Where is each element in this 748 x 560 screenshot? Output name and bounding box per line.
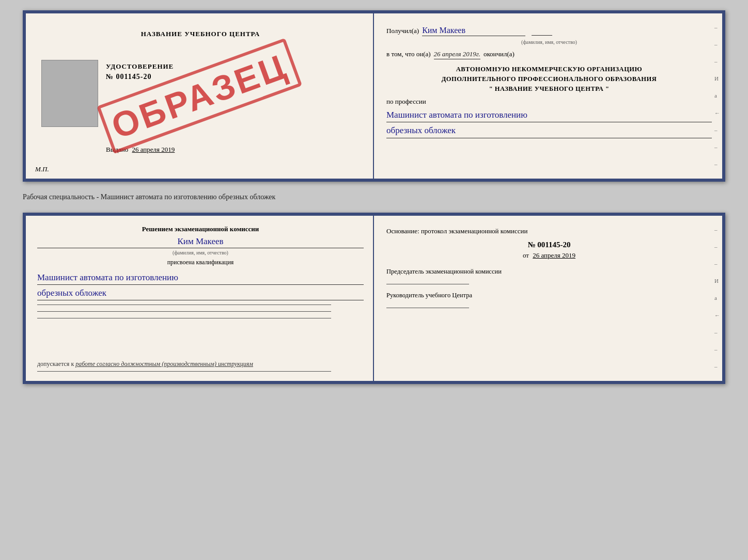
- profession-name: Машинист автомата по изготовлению обрезн…: [386, 108, 712, 138]
- po-professii-label: по профессии: [386, 98, 712, 106]
- udostoverenie-number: № 001145-20: [106, 73, 174, 81]
- dopuskaetsya-prefix: допускается к: [37, 360, 74, 367]
- fio-hint-top: (фамилия, имя, отчество): [386, 39, 712, 45]
- vtom-label: в том, что он(а): [386, 50, 431, 58]
- bottom-document: Решением экзаменационной комиссии Ким Ма…: [23, 213, 725, 384]
- recipient-name: Ким Макеев: [422, 26, 525, 36]
- vydano-label: Выдано: [106, 146, 128, 153]
- poluchil-label: Получил(а): [386, 27, 419, 35]
- obrazec-stamp: ОБРАЗЕЦ: [97, 38, 302, 154]
- org-line3: " НАЗВАНИЕ УЧЕБНОГО ЦЕНТРА ": [386, 84, 712, 94]
- qualification-name: Машинист автомата по изготовлению обрезн…: [37, 270, 364, 301]
- vtom-date: 26 апреля 2019г.: [434, 50, 480, 59]
- rukovoditel-block: Руководитель учебного Центра: [386, 292, 712, 308]
- profession-line1: Машинист автомата по изготовлению: [386, 108, 712, 122]
- udostoverenie-block: УДОСТОВЕРЕНИЕ № 001145-20: [106, 62, 174, 81]
- organization-block: АВТОНОМНУЮ НЕКОММЕРЧЕСКУЮ ОРГАНИЗАЦИЮ ДО…: [386, 65, 712, 93]
- bottom-doc-left: Решением экзаменационной комиссии Ким Ма…: [26, 216, 374, 381]
- dash-after-name: [532, 26, 552, 36]
- ot-label: от: [523, 251, 529, 259]
- ot-date-block: от 26 апреля 2019: [386, 251, 712, 260]
- predsedatel-block: Председатель экзаменационной комиссии: [386, 268, 712, 284]
- ot-date: 26 апреля 2019: [533, 251, 575, 259]
- org-line2: ДОПОЛНИТЕЛЬНОГО ПРОФЕССИОНАЛЬНОГО ОБРАЗО…: [386, 74, 712, 84]
- org-line1: АВТОНОМНУЮ НЕКОММЕРЧЕСКУЮ ОРГАНИЗАЦИЮ: [386, 65, 712, 74]
- rukovoditel-label: Руководитель учебного Центра: [386, 292, 712, 299]
- osnovanie-label: Основание: протокол экзаменационной коми…: [386, 227, 712, 235]
- photo-placeholder: [41, 60, 98, 127]
- protocol-number: № 001145-20: [386, 241, 712, 249]
- top-doc-left: НАЗВАНИЕ УЧЕБНОГО ЦЕНТРА УДОСТОВЕРЕНИЕ №…: [26, 13, 374, 179]
- qualification-line1: Машинист автомата по изготовлению: [37, 270, 364, 285]
- fio-hint-bottom: (фамилия, имя, отчество): [37, 250, 364, 255]
- received-line: Получил(а) Ким Макеев: [386, 26, 712, 36]
- udostoverenie-label: УДОСТОВЕРЕНИЕ: [106, 62, 174, 71]
- resheniem-label: Решением экзаменационной комиссии: [37, 225, 364, 233]
- predsedatel-label: Председатель экзаменационной комиссии: [386, 268, 712, 276]
- bottom-doc-right: Основание: протокол экзаменационной коми…: [374, 216, 722, 381]
- qualification-line2: обрезных обложек: [37, 286, 364, 300]
- top-document: НАЗВАНИЕ УЧЕБНОГО ЦЕНТРА УДОСТОВЕРЕНИЕ №…: [23, 10, 725, 182]
- profession-line2: обрезных обложек: [386, 123, 712, 138]
- mp-label: М.П.: [35, 165, 49, 173]
- side-ticks-top: – – – И а ← – – –: [714, 13, 720, 179]
- okoncil-label: окончил(а): [484, 50, 515, 58]
- prisvoena-label: присвоена квалификация: [37, 259, 364, 266]
- vtom-line: в том, что он(а) 26 апреля 2019г. окончи…: [386, 50, 712, 59]
- dopuskaetsya-block: допускается к работе согласно должностны…: [37, 360, 364, 368]
- side-ticks-bottom: – – – И а ← – – –: [714, 216, 720, 381]
- rukovoditel-sign-line: [386, 308, 469, 308]
- top-doc-right: Получил(а) Ким Макеев (фамилия, имя, отч…: [374, 13, 722, 179]
- person-name-bottom: Ким Макеев: [37, 236, 364, 248]
- vydano-date: 26 апреля 2019: [132, 146, 175, 153]
- dopuskaetsya-text: работе согласно должностным (производств…: [75, 360, 253, 367]
- vydano-block: Выдано 26 апреля 2019: [106, 146, 175, 154]
- training-center-title-left: НАЗВАНИЕ УЧЕБНОГО ЦЕНТРА: [141, 30, 260, 38]
- predsedatel-sign-line: [386, 284, 469, 284]
- description-line: Рабочая специальность - Машинист автомат…: [23, 191, 725, 203]
